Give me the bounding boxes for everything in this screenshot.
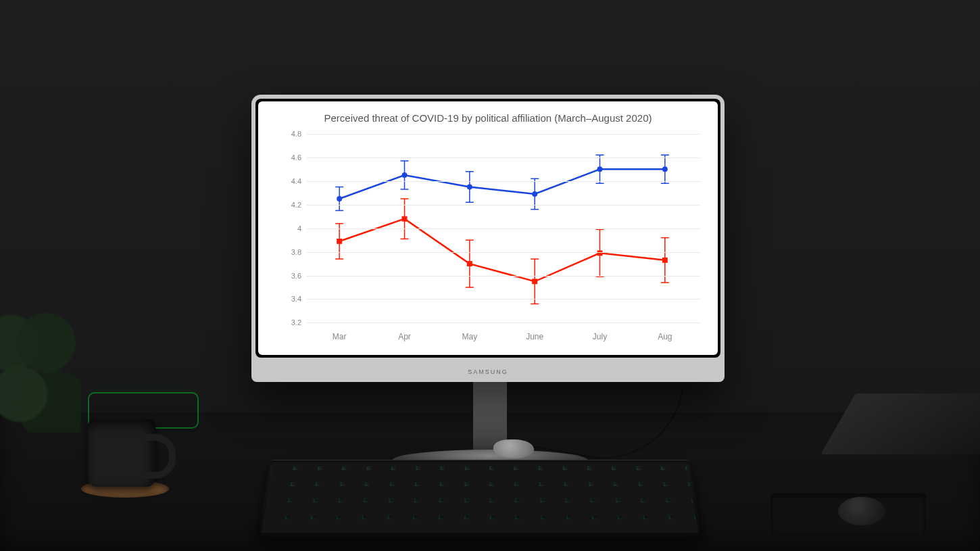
keyboard (256, 460, 704, 537)
x-tick-label: Mar (333, 332, 347, 341)
chart-title: Perceived threat of COVID-19 by politica… (258, 112, 718, 124)
x-tick-label: Apr (398, 332, 411, 341)
monitor-screen: Perceived threat of COVID-19 by politica… (258, 101, 718, 355)
data-point (662, 166, 668, 172)
plant (0, 291, 81, 460)
data-point (597, 250, 603, 256)
coffee-mug (88, 419, 155, 487)
data-point (532, 279, 537, 284)
gridline (307, 158, 700, 158)
gridline (307, 276, 700, 277)
mouse (838, 497, 885, 525)
monitor: Perceived threat of COVID-19 by politica… (251, 95, 725, 382)
data-point (467, 185, 472, 190)
gridline (307, 229, 700, 229)
desk-rock (493, 439, 534, 458)
y-tick-label: 4.4 (285, 177, 301, 185)
gridline (307, 299, 700, 300)
data-point (662, 258, 668, 263)
x-tick-label: June (526, 332, 543, 341)
data-point (337, 239, 342, 244)
data-point (532, 191, 537, 197)
y-tick-label: 4 (285, 224, 301, 233)
data-point (402, 172, 408, 178)
y-tick-label: 4.2 (285, 201, 301, 209)
series-line-democrat (339, 169, 665, 199)
y-tick-label: 4.8 (285, 130, 301, 138)
desk-scene: Perceived threat of COVID-19 by politica… (0, 0, 980, 551)
laptop (791, 414, 980, 454)
data-point (402, 216, 408, 222)
gridline (307, 205, 700, 206)
y-tick-label: 3.4 (285, 295, 301, 303)
x-tick-label: Aug (658, 332, 672, 341)
chart-svg (285, 128, 704, 341)
x-tick-label: May (462, 332, 477, 341)
gridline (307, 322, 700, 323)
data-point (467, 261, 472, 266)
monitor-brand-label: SAMSUNG (251, 368, 725, 375)
gridline (307, 134, 700, 135)
chart-plot-area: 3.23.43.63.844.24.44.64.8MarAprMayJuneJu… (285, 128, 704, 341)
y-tick-label: 3.6 (285, 272, 301, 280)
y-tick-label: 3.2 (285, 318, 301, 327)
data-point (597, 166, 603, 172)
y-tick-label: 4.6 (285, 153, 301, 162)
x-tick-label: July (593, 332, 607, 341)
gridline (307, 252, 700, 253)
data-point (337, 196, 342, 201)
gridline (307, 181, 700, 182)
y-tick-label: 3.8 (285, 248, 301, 256)
